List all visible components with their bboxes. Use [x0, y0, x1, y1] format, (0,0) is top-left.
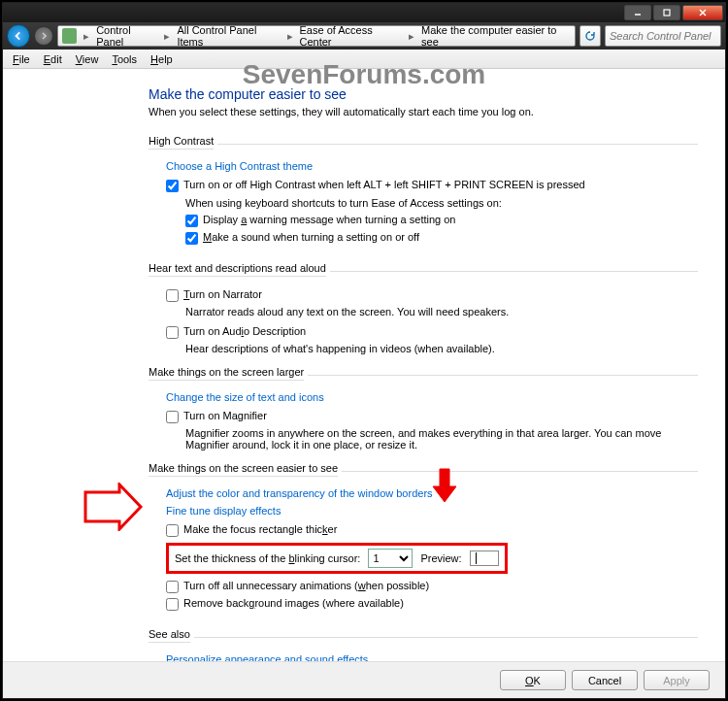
section-hear: Hear text and descriptions read aloud: [149, 262, 326, 277]
annotation-arrow-down-icon: [430, 467, 459, 506]
label-focus-rect: Make the focus rectangle thicker: [183, 523, 337, 535]
label-animations: Turn off all unnecessary animations (whe…: [183, 580, 429, 591]
link-text-size[interactable]: Change the size of text and icons: [166, 391, 324, 403]
close-button[interactable]: [682, 5, 723, 20]
link-borders[interactable]: Adjust the color and transparency of the…: [166, 487, 433, 499]
checkbox-focus-rect[interactable]: [166, 524, 179, 537]
label-hc-warn: Display a warning message when turning a…: [203, 214, 456, 225]
window: ▸ Control Panel ▸ All Control Panel Item…: [2, 2, 726, 699]
search-input[interactable]: [605, 25, 721, 47]
checkbox-hc-sound[interactable]: [185, 232, 198, 245]
desc-narrator: Narrator reads aloud any text on the scr…: [185, 306, 698, 317]
forward-button[interactable]: [34, 26, 53, 46]
breadcrumb[interactable]: ▸ Control Panel ▸ All Control Panel Item…: [57, 25, 576, 47]
section-easier: Make things on the screen easier to see: [149, 462, 338, 477]
preview-box: [470, 551, 499, 566]
navbar: ▸ Control Panel ▸ All Control Panel Item…: [3, 22, 725, 50]
footer: OK Cancel Apply: [3, 661, 725, 698]
control-panel-icon: [62, 28, 77, 44]
breadcrumb-item[interactable]: Control Panel: [94, 24, 159, 48]
menu-help[interactable]: Help: [145, 51, 179, 67]
checkbox-narrator[interactable]: [166, 289, 179, 302]
page-subtitle: When you select these settings, they wil…: [149, 106, 698, 117]
checkbox-magnifier[interactable]: [166, 411, 179, 423]
maximize-button[interactable]: [653, 5, 680, 20]
back-button[interactable]: [7, 24, 30, 48]
desc-magnifier: Magnifier zooms in anywhere on the scree…: [185, 427, 698, 451]
section-larger: Make things on the screen larger: [149, 366, 304, 381]
label-cursor-thickness: Set the thickness of the blinking cursor…: [175, 552, 360, 564]
minimize-button[interactable]: [624, 5, 651, 20]
menu-file[interactable]: File: [7, 51, 36, 67]
checkbox-bg-images[interactable]: [166, 598, 179, 611]
cancel-button[interactable]: Cancel: [572, 670, 638, 690]
label-narrator: Turn on Narrator: [183, 288, 262, 300]
label-audio-desc: Turn on Audio Description: [183, 325, 306, 337]
label-magnifier: Turn on Magnifier: [183, 410, 267, 421]
label-hc-sub: When using keyboard shortcuts to turn Ea…: [185, 197, 698, 209]
chevron-right-icon: ▸: [282, 30, 298, 43]
svg-rect-1: [664, 10, 670, 16]
menu-tools[interactable]: Tools: [106, 51, 143, 67]
refresh-button[interactable]: [579, 25, 601, 47]
select-cursor-thickness[interactable]: 1: [368, 549, 413, 568]
checkbox-hc-toggle[interactable]: [166, 180, 179, 192]
link-personalize[interactable]: Personalize appearance and sound effects: [166, 653, 368, 661]
menubar: File Edit View Tools Help: [3, 50, 725, 69]
label-bg-images: Remove background images (where availabl…: [183, 597, 404, 609]
chevron-right-icon: ▸: [159, 30, 175, 43]
titlebar: [3, 3, 725, 22]
breadcrumb-item[interactable]: Make the computer easier to see: [419, 24, 571, 48]
checkbox-audio-desc[interactable]: [166, 326, 179, 339]
menu-edit[interactable]: Edit: [38, 51, 68, 67]
page-title: Make the computer easier to see: [149, 86, 698, 102]
desc-audio: Hear descriptions of what's happening in…: [185, 343, 698, 354]
checkbox-hc-warn[interactable]: [185, 215, 198, 227]
content-area: Make the computer easier to see When you…: [3, 69, 725, 661]
breadcrumb-item[interactable]: Ease of Access Center: [298, 24, 405, 48]
annotation-arrow-right-icon: [81, 483, 149, 531]
chevron-right-icon: ▸: [79, 30, 94, 43]
ok-button[interactable]: OK: [500, 670, 566, 690]
label-preview: Preview:: [420, 552, 461, 564]
apply-button[interactable]: Apply: [644, 670, 710, 690]
section-high-contrast: High Contrast: [149, 135, 214, 150]
menu-view[interactable]: View: [70, 51, 105, 67]
breadcrumb-item[interactable]: All Control Panel Items: [175, 24, 281, 48]
annotation-red-box: Set the thickness of the blinking cursor…: [166, 543, 508, 574]
label-hc-sound: Make a sound when turning a setting on o…: [203, 231, 419, 243]
checkbox-animations[interactable]: [166, 581, 179, 593]
link-high-contrast-theme[interactable]: Choose a High Contrast theme: [166, 160, 313, 172]
label-hc-toggle: Turn on or off High Contrast when left A…: [183, 179, 585, 190]
chevron-right-icon: ▸: [404, 30, 419, 43]
section-seealso: See also: [149, 628, 190, 643]
link-effects[interactable]: Fine tune display effects: [166, 505, 281, 517]
